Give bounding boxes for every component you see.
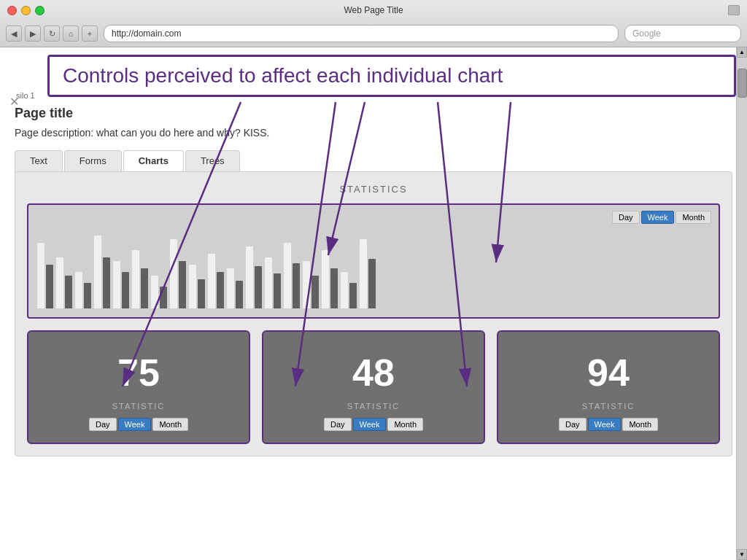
toolbar: ◀ ▶ ↻ ⌂ + http://domain.com Google — [0, 20, 747, 47]
tab-trees[interactable]: Trees — [185, 150, 240, 171]
chart-area: Day Week Month — [27, 203, 720, 319]
close-button[interactable] — [7, 6, 17, 15]
chart-week-button[interactable]: Week — [641, 211, 675, 224]
bar-white — [360, 239, 367, 308]
page-description: Page description: what can you do here a… — [15, 127, 732, 139]
bar-gray — [255, 266, 262, 308]
bar-group — [75, 272, 91, 308]
page-body: Page title Page description: what can yo… — [0, 106, 747, 471]
stat1-week-button[interactable]: Week — [118, 418, 152, 431]
bar-white — [151, 276, 158, 308]
bar-gray — [217, 272, 224, 308]
bar-white — [37, 243, 44, 308]
bar-group — [189, 265, 205, 308]
bar-gray — [84, 283, 91, 308]
bar-white — [341, 272, 348, 308]
annotation-text: Controls perceived to affect each indivi… — [63, 64, 503, 87]
stat-label-1: STATISTIC — [112, 402, 166, 411]
bar-white — [284, 243, 291, 308]
bar-group — [94, 236, 110, 308]
bar-white — [208, 254, 215, 308]
window-title: Web Page Title — [344, 5, 403, 15]
search-placeholder: Google — [632, 28, 661, 39]
bar-gray — [122, 272, 129, 308]
stat1-month-button[interactable]: Month — [152, 418, 188, 431]
back-button[interactable]: ◀ — [6, 26, 22, 42]
silo-label: silo 1 — [16, 91, 35, 100]
bar-white — [246, 246, 253, 308]
stat2-week-button[interactable]: Week — [353, 418, 387, 431]
resize-button[interactable] — [728, 5, 740, 15]
bar-group — [303, 261, 319, 308]
stat3-month-button[interactable]: Month — [622, 418, 658, 431]
bar-white — [170, 239, 177, 308]
stat-card-2-controls: Day Week Month — [324, 418, 423, 431]
bar-gray — [311, 276, 319, 308]
bar-group — [246, 246, 262, 308]
bar-group — [322, 250, 338, 308]
bar-gray — [141, 268, 148, 308]
bar-white — [303, 261, 310, 308]
stat-card-1-controls: Day Week Month — [89, 418, 188, 431]
refresh-button[interactable]: ↻ — [44, 26, 60, 42]
main-panel: STATISTICS Day Week Month — [15, 171, 732, 456]
forward-button[interactable]: ▶ — [25, 26, 41, 42]
scrollbar-up[interactable]: ▲ — [737, 47, 747, 58]
stat-number-2: 48 — [352, 351, 395, 394]
stat3-week-button[interactable]: Week — [588, 418, 622, 431]
address-bar[interactable]: http://domain.com — [104, 25, 619, 42]
maximize-button[interactable] — [35, 6, 44, 15]
tabs: Text Forms Charts Trees — [15, 150, 732, 171]
scrollbar-down[interactable]: ▼ — [737, 549, 747, 560]
bar-group — [113, 261, 129, 308]
bar-group — [227, 268, 243, 308]
chart-day-button[interactable]: Day — [612, 211, 640, 224]
bar-white — [132, 250, 139, 308]
bar-gray — [160, 287, 167, 308]
tab-charts[interactable]: Charts — [123, 150, 184, 171]
stat-card-3-controls: Day Week Month — [559, 418, 658, 431]
bar-gray — [65, 276, 72, 308]
bar-white — [265, 257, 272, 308]
bar-group — [170, 239, 186, 308]
bar-gray — [46, 265, 53, 308]
stat1-day-button[interactable]: Day — [89, 418, 117, 431]
bar-gray — [293, 263, 300, 308]
stat-label-2: STATISTIC — [347, 402, 400, 411]
home-button[interactable]: ⌂ — [63, 26, 79, 42]
bar-white — [75, 272, 82, 308]
stat3-day-button[interactable]: Day — [559, 418, 587, 431]
page-title: Page title — [15, 106, 732, 121]
tab-text[interactable]: Text — [15, 150, 63, 171]
browser-chrome: Web Page Title ◀ ▶ ↻ ⌂ + http://domain.c… — [0, 0, 747, 47]
search-bar[interactable]: Google — [624, 25, 741, 42]
bar-gray — [349, 283, 357, 308]
bar-group — [56, 257, 72, 308]
add-tab-button[interactable]: + — [82, 26, 98, 42]
minimize-button[interactable] — [21, 6, 31, 15]
bar-group — [284, 243, 300, 308]
stat2-day-button[interactable]: Day — [324, 418, 352, 431]
bar-gray — [368, 259, 376, 308]
scrollbar-thumb[interactable] — [738, 69, 747, 98]
stat-card-2: 48 STATISTIC Day Week Month — [262, 330, 485, 444]
bar-gray — [236, 281, 243, 308]
bar-white — [113, 261, 120, 308]
scrollbar[interactable]: ▲ ▼ — [736, 47, 747, 560]
bar-gray — [103, 257, 110, 308]
chart-month-button[interactable]: Month — [676, 211, 711, 224]
chart-controls: Day Week Month — [612, 211, 711, 224]
bar-group — [151, 276, 167, 308]
tab-forms[interactable]: Forms — [64, 150, 122, 171]
bar-group — [37, 243, 53, 308]
stat-cards: 75 STATISTIC Day Week Month 48 STATISTIC… — [27, 330, 720, 444]
stat2-month-button[interactable]: Month — [387, 418, 423, 431]
bar-gray — [274, 273, 281, 308]
bar-group — [132, 250, 148, 308]
stats-label: STATISTICS — [27, 184, 720, 195]
stat-number-1: 75 — [117, 351, 160, 394]
bar-white — [189, 265, 196, 308]
bar-white — [227, 268, 234, 308]
stat-number-3: 94 — [587, 351, 630, 394]
title-bar: Web Page Title — [0, 0, 747, 20]
